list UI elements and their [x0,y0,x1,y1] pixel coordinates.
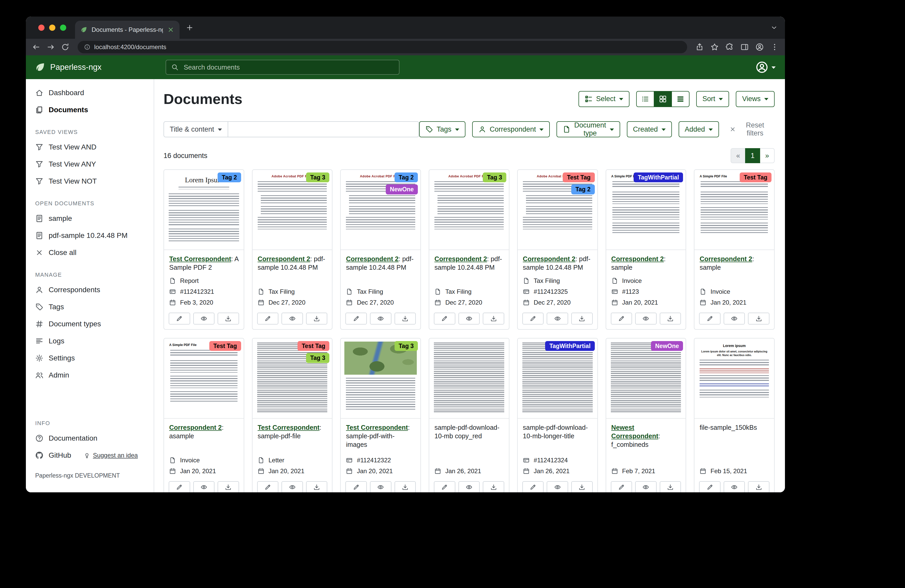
edit-document-button[interactable] [522,481,544,492]
download-document-button[interactable] [483,481,504,492]
tag-badge[interactable]: Test Tag [563,173,595,182]
download-document-button[interactable] [571,312,593,325]
view-document-button[interactable] [459,312,480,325]
correspondent-link[interactable]: Correspondent 2 [434,255,487,263]
maximize-window-button[interactable] [60,25,66,31]
side-panel-icon[interactable] [740,43,749,51]
sidebar-item-correspondents[interactable]: Correspondents [26,281,154,298]
site-info-icon[interactable] [84,44,90,51]
tag-badge[interactable]: Tag 2 [218,173,241,182]
document-thumbnail[interactable]: A Simple PDF File TagWithPartial [606,170,686,250]
document-thumbnail[interactable]: Adobe Acrobat PDF Files Test TagTag 2 [518,170,597,250]
edit-document-button[interactable] [699,312,721,325]
correspondent-link[interactable]: Test Correspondent [346,424,408,431]
download-document-button[interactable] [748,481,769,492]
edit-document-button[interactable] [169,481,190,492]
filter-created-button[interactable]: Created [627,121,672,137]
filter-text-input[interactable] [228,121,419,137]
edit-document-button[interactable] [169,312,190,325]
download-document-button[interactable] [395,481,416,492]
document-thumbnail[interactable]: Adobe Acrobat PDF Files Tag 2NewOne [341,170,421,250]
tab-close-icon[interactable] [167,26,175,33]
share-icon[interactable] [695,43,704,51]
tag-badge[interactable]: NewOne [386,184,418,194]
sidebar-item-documents[interactable]: Documents [26,101,154,119]
view-document-button[interactable] [370,312,391,325]
correspondent-link[interactable]: Test Correspondent [169,255,231,263]
correspondent-link[interactable]: Correspondent 2 [700,255,752,263]
download-document-button[interactable] [748,312,769,325]
edit-document-button[interactable] [611,481,632,492]
tag-badge[interactable]: Tag 3 [395,341,418,351]
sidebar-item-document-types[interactable]: Document types [26,315,154,333]
view-document-button[interactable] [724,481,745,492]
filter-document-type-button[interactable]: Document type [557,121,620,137]
minimize-window-button[interactable] [49,25,56,31]
pagination-next[interactable]: » [760,148,775,163]
edit-document-button[interactable] [345,481,367,492]
view-document-button[interactable] [547,481,568,492]
download-document-button[interactable] [218,312,239,325]
download-document-button[interactable] [571,481,593,492]
bookmark-star-icon[interactable] [710,43,719,51]
download-document-button[interactable] [306,481,327,492]
correspondent-link[interactable]: Correspondent 2 [611,255,664,263]
correspondent-link[interactable]: Correspondent 2 [169,424,222,431]
select-button[interactable]: Select [578,91,629,107]
tag-badge[interactable]: Tag 3 [306,173,329,182]
edit-document-button[interactable] [257,312,279,325]
document-thumbnail[interactable]: Adobe Acrobat PDF Files Tag 3 [252,170,332,250]
back-button[interactable] [32,43,40,51]
edit-document-button[interactable] [611,312,632,325]
reset-filters-button[interactable]: Reset filters [726,121,775,138]
edit-document-button[interactable] [434,481,455,492]
tag-badge[interactable]: Tag 2 [571,184,595,194]
document-thumbnail[interactable]: Tag 3 [341,339,421,418]
document-thumbnail[interactable]: Lorem Ipsum Tag 2 [164,170,244,250]
app-brand[interactable]: Paperless-ngx [26,62,155,73]
extensions-puzzle-icon[interactable] [726,43,734,51]
user-menu[interactable] [756,61,776,74]
tab-search-icon[interactable] [770,24,778,31]
document-thumbnail[interactable]: Lorem ipsumLorem ipsum dolor sit amet, c… [694,339,774,418]
view-document-button[interactable] [635,312,657,325]
document-thumbnail[interactable]: TagWithPartial [518,339,597,418]
document-thumbnail[interactable]: Adobe Acrobat PDF Files Tag 3 [429,170,509,250]
tag-badge[interactable]: NewOne [651,341,683,351]
correspondent-link[interactable]: Correspondent 2 [523,255,575,263]
sort-button[interactable]: Sort [696,91,729,107]
sidebar-item-documentation[interactable]: Documentation [26,430,154,447]
sidebar-item-sample[interactable]: sample [26,210,154,227]
filter-added-button[interactable]: Added [679,121,719,137]
document-thumbnail[interactable]: NewOne [606,339,686,418]
tag-badge[interactable]: Test Tag [297,341,329,351]
view-document-button[interactable] [281,312,303,325]
sidebar-item-dashboard[interactable]: Dashboard [26,84,154,101]
correspondent-link[interactable]: Test Correspondent [258,424,319,431]
sidebar-item-close-all[interactable]: Close all [26,244,154,261]
forward-button[interactable] [46,43,55,51]
address-bar[interactable]: localhost:4200/documents [78,41,687,53]
browser-profile-avatar[interactable] [756,43,764,51]
view-grid-button[interactable] [654,91,672,107]
search-input[interactable] [183,63,394,72]
edit-document-button[interactable] [345,312,367,325]
tag-badge[interactable]: Tag 3 [483,173,506,182]
sidebar-item-github[interactable]: GitHubSuggest an idea [26,447,154,464]
edit-document-button[interactable] [257,481,279,492]
browser-tab[interactable]: Documents - Paperless-ngx [75,21,179,39]
document-thumbnail[interactable]: A Simple PDF File Test Tag [164,339,244,418]
global-search[interactable] [165,60,400,75]
views-button[interactable]: Views [736,91,775,107]
correspondent-link[interactable]: Correspondent 2 [258,255,310,263]
sidebar-item-test-view-any[interactable]: Test View ANY [26,156,154,173]
new-tab-button[interactable] [186,24,194,32]
sidebar-item-test-view-and[interactable]: Test View AND [26,139,154,156]
edit-document-button[interactable] [699,481,721,492]
sidebar-item-settings[interactable]: Settings [26,350,154,367]
sidebar-item-tags[interactable]: Tags [26,298,154,315]
tag-badge[interactable]: Tag 3 [306,353,329,363]
view-document-button[interactable] [193,481,215,492]
tag-badge[interactable]: Test Tag [740,173,772,182]
reload-button[interactable] [61,43,69,51]
